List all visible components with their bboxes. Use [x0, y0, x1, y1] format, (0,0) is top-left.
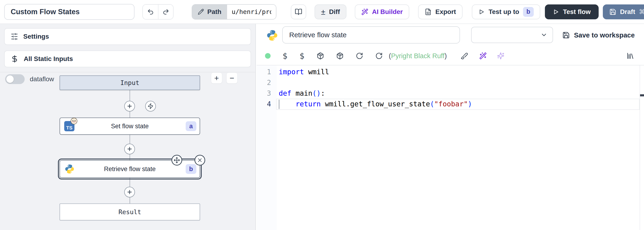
- all-static-inputs-label: All Static Inputs: [24, 55, 73, 63]
- redo-icon: [162, 8, 170, 15]
- pencil-icon: [198, 9, 204, 15]
- code-content: import wmill def main(): return wmill.ge…: [279, 67, 637, 109]
- line-numbers: 1 2 3 4: [256, 67, 271, 109]
- python-icon: [266, 29, 278, 42]
- dollar-icon: $: [300, 52, 304, 60]
- node-set-flow-state[interactable]: TS Set flow state a: [60, 118, 200, 135]
- step-editor-panel: Save to workspace $ $ (Pyright Black Ruf…: [256, 24, 644, 230]
- undo-icon: [147, 8, 154, 15]
- plus-icon: [126, 189, 132, 195]
- save-to-workspace-button[interactable]: Save to workspace: [562, 28, 635, 43]
- code-line: [279, 77, 637, 88]
- plus-minus-icon: ±: [321, 8, 326, 16]
- flow-sidebar: Settings All Static Inputs dataflow + − …: [0, 24, 256, 230]
- docs-button[interactable]: [291, 5, 306, 19]
- magic-wand-icon: [361, 8, 368, 15]
- package-icon: [317, 52, 324, 60]
- step-id-badge: b: [186, 164, 196, 174]
- play-icon: [553, 9, 559, 15]
- reload-icon: [375, 52, 383, 60]
- reload-button[interactable]: [375, 52, 383, 60]
- status-dot: [265, 53, 270, 59]
- package-icon: [336, 52, 344, 60]
- draft-shortcut: ⌘S: [639, 8, 644, 16]
- test-flow-button[interactable]: Test flow: [545, 5, 599, 19]
- workspace-script-dropdown[interactable]: [471, 27, 553, 43]
- node-input[interactable]: Input: [60, 75, 200, 90]
- path-control: Path: [192, 4, 276, 20]
- sparkles-icon: [497, 52, 504, 60]
- play-icon: [478, 9, 485, 15]
- node-result[interactable]: Result: [60, 203, 200, 220]
- path-value-input[interactable]: [227, 5, 276, 19]
- redo-button[interactable]: [158, 5, 173, 19]
- library-button[interactable]: [626, 52, 634, 60]
- ai-suggest-button[interactable]: [497, 52, 504, 60]
- zoom-in-button[interactable]: +: [211, 72, 222, 84]
- graph-zoom-controls: + −: [211, 72, 238, 84]
- editor-toolbar: $ $ (Pyright Black Ruff): [256, 47, 644, 65]
- save-icon: [609, 8, 616, 15]
- library-icon: [626, 52, 634, 60]
- insert-step-button[interactable]: [124, 144, 135, 154]
- export-button[interactable]: Export: [418, 5, 462, 19]
- insert-step-button[interactable]: [124, 101, 135, 112]
- code-editor[interactable]: 1 2 3 4 import wmill def main(): return …: [256, 65, 644, 230]
- zoom-out-button[interactable]: −: [226, 72, 238, 84]
- assistants-names: Pyright Black Ruff: [391, 52, 444, 60]
- dollar-icon: $: [283, 52, 288, 60]
- scrollbar-cursor-marker: [640, 94, 644, 96]
- flow-graph: dataflow + − Input TS: [0, 72, 255, 230]
- undo-button[interactable]: [143, 5, 158, 19]
- reload-button[interactable]: [356, 52, 363, 60]
- export-file-icon: [424, 8, 432, 15]
- package-button[interactable]: [317, 52, 324, 60]
- ai-builder-button[interactable]: AI Builder: [355, 5, 409, 19]
- ai-edit-button[interactable]: [479, 52, 487, 60]
- move-step-button[interactable]: [172, 155, 182, 165]
- magic-wand-icon: [479, 52, 487, 60]
- sidebar-item-all-static-inputs[interactable]: All Static Inputs: [4, 51, 251, 67]
- add-variable-button[interactable]: $: [283, 52, 288, 60]
- settings-label: Settings: [23, 33, 49, 40]
- diff-button[interactable]: ± Diff: [314, 5, 346, 19]
- chevron-down-icon: [540, 32, 548, 38]
- format-code-button[interactable]: [461, 52, 468, 60]
- code-assistants-status[interactable]: (Pyright Black Ruff): [389, 52, 447, 60]
- step-name-input[interactable]: [282, 26, 460, 44]
- typescript-bun-icon: TS: [64, 121, 74, 131]
- dataflow-toggle[interactable]: [5, 74, 25, 84]
- path-label: Path: [207, 8, 222, 16]
- bolt-icon: [148, 103, 154, 109]
- undo-redo-group: [142, 4, 174, 20]
- toggle-knob: [6, 75, 14, 83]
- book-open-icon: [295, 8, 302, 16]
- add-trigger-button[interactable]: [145, 101, 156, 112]
- save-draft-button[interactable]: Draft ⌘S: [603, 5, 644, 19]
- delete-step-button[interactable]: [194, 155, 205, 165]
- sliders-icon: [11, 33, 18, 40]
- edit-path-button[interactable]: Path: [192, 5, 227, 19]
- test-up-to-step-badge: b: [523, 7, 534, 17]
- code-line: return wmill.get_flow_user_state("foobar…: [279, 99, 637, 109]
- dollar-icon: [11, 55, 18, 63]
- add-resource-button[interactable]: $: [300, 52, 304, 60]
- code-line: import wmill: [279, 67, 637, 77]
- bun-icon: [70, 117, 78, 125]
- package-button[interactable]: [336, 52, 344, 60]
- close-icon: [197, 157, 203, 163]
- top-toolbar: Path ± Diff AI Builder Export Test up to…: [0, 0, 644, 24]
- step-id-badge: a: [186, 121, 196, 131]
- reload-icon: [356, 52, 363, 60]
- insert-step-button[interactable]: [124, 187, 135, 197]
- flow-title-input[interactable]: [4, 4, 134, 20]
- paintbrush-icon: [461, 52, 468, 60]
- move-icon: [174, 157, 180, 163]
- python-icon: [64, 164, 75, 174]
- editor-scrollbar[interactable]: [640, 65, 640, 230]
- dataflow-label: dataflow: [30, 75, 54, 83]
- code-line: def main():: [279, 88, 637, 99]
- sidebar-item-settings[interactable]: Settings: [4, 28, 251, 45]
- test-up-to-button[interactable]: Test up to b: [472, 5, 540, 19]
- plus-icon: [126, 146, 132, 152]
